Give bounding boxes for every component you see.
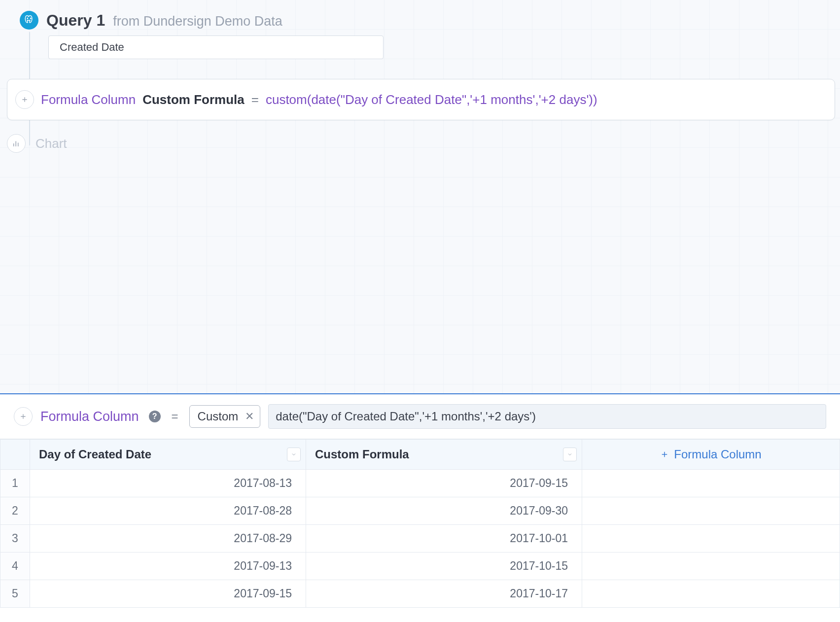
row-number: 4: [0, 553, 30, 580]
formula-bar-equals: =: [169, 410, 181, 423]
column-header-day-of-created-date[interactable]: Day of Created Date: [30, 440, 306, 470]
cell-empty: [582, 497, 840, 525]
cell-empty: [582, 525, 840, 553]
add-formula-column-button[interactable]: Formula Column: [582, 440, 840, 470]
column-menu-button[interactable]: [287, 448, 301, 461]
rownum-header: [0, 440, 30, 470]
cell-custom-formula: 2017-10-01: [306, 525, 582, 553]
add-formula-button[interactable]: [14, 407, 33, 426]
cell-custom-formula: 2017-10-17: [306, 580, 582, 608]
column-menu-button[interactable]: [563, 448, 577, 461]
cell-custom-formula: 2017-09-15: [306, 470, 582, 497]
formula-bar-label: Formula Column: [40, 409, 139, 424]
column-chip-created-date[interactable]: Created Date: [48, 35, 384, 59]
cell-day-of-created-date: 2017-08-28: [30, 497, 306, 525]
cell-custom-formula: 2017-09-30: [306, 497, 582, 525]
table-row[interactable]: 52017-09-152017-10-17: [0, 580, 840, 608]
query-column-chip-row: Created Date: [48, 35, 835, 59]
table-row[interactable]: 12017-08-132017-09-15: [0, 470, 840, 497]
cell-day-of-created-date: 2017-08-13: [30, 470, 306, 497]
row-number: 5: [0, 580, 30, 608]
query-title-wrap: Query 1 from Dundersign Demo Data: [46, 11, 282, 30]
chart-step-label: Chart: [35, 136, 67, 151]
query-block: Query 1 from Dundersign Demo Data Create…: [20, 5, 835, 153]
query-header: Query 1 from Dundersign Demo Data: [20, 5, 835, 36]
formula-expression-input[interactable]: [268, 404, 826, 429]
cell-day-of-created-date: 2017-09-15: [30, 580, 306, 608]
add-step-button[interactable]: [15, 90, 34, 109]
results-panel: Formula Column ? = Custom ✕ Day of Creat…: [0, 393, 840, 622]
table-row[interactable]: 22017-08-282017-09-30: [0, 497, 840, 525]
close-icon[interactable]: ✕: [243, 410, 254, 423]
cell-empty: [582, 470, 840, 497]
formula-step-name: Custom Formula: [142, 92, 245, 107]
cell-custom-formula: 2017-10-15: [306, 553, 582, 580]
formula-bar: Formula Column ? = Custom ✕: [0, 394, 840, 439]
svg-point-0: [27, 18, 28, 19]
formula-step-label: Formula Column: [41, 92, 136, 107]
help-icon[interactable]: ?: [149, 411, 161, 422]
query-title[interactable]: Query 1: [46, 11, 105, 30]
cell-empty: [582, 580, 840, 608]
results-table: Day of Created Date Custom Formula Formu…: [0, 439, 840, 608]
postgres-icon: [20, 11, 38, 30]
chart-step-row[interactable]: Chart: [20, 134, 835, 153]
row-number: 2: [0, 497, 30, 525]
table-row[interactable]: 32017-08-292017-10-01: [0, 525, 840, 553]
table-row[interactable]: 42017-09-132017-10-15: [0, 553, 840, 580]
cell-day-of-created-date: 2017-09-13: [30, 553, 306, 580]
column-header-custom-formula[interactable]: Custom Formula: [306, 440, 582, 470]
formula-step-expression: custom(date("Day of Created Date",'+1 mo…: [266, 92, 597, 107]
svg-point-1: [30, 18, 31, 19]
row-number: 3: [0, 525, 30, 553]
formula-type-chip[interactable]: Custom ✕: [189, 405, 261, 428]
cell-day-of-created-date: 2017-08-29: [30, 525, 306, 553]
cell-empty: [582, 553, 840, 580]
bar-chart-icon[interactable]: [7, 134, 26, 153]
query-source[interactable]: from Dundersign Demo Data: [113, 14, 282, 29]
row-number: 1: [0, 470, 30, 497]
equals-sign: =: [251, 92, 259, 107]
formula-step-card[interactable]: Formula Column Custom Formula = custom(d…: [7, 79, 835, 120]
formula-type-chip-label: Custom: [198, 410, 239, 423]
